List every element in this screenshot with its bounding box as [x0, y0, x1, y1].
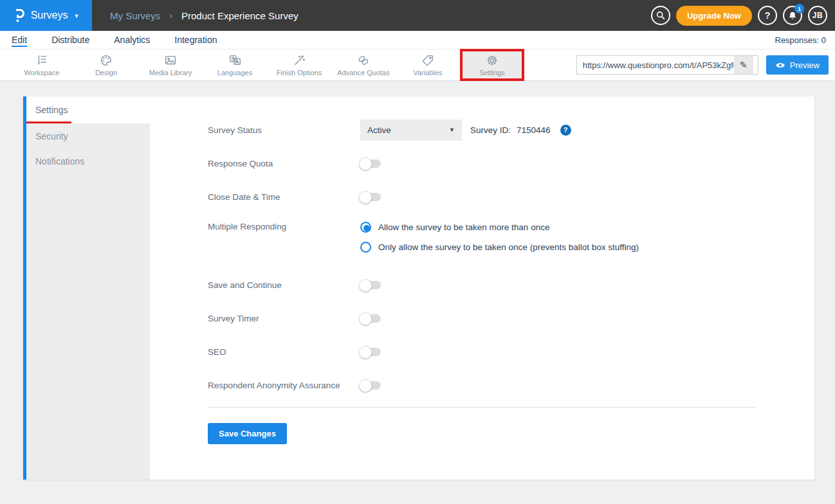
toolbar-item-media-library[interactable]: Media Library: [138, 49, 203, 81]
design-palette-icon: [98, 53, 114, 68]
survey-timer-label: Survey Timer: [208, 314, 360, 323]
languages-icon: [227, 53, 243, 68]
product-name: Surveys: [31, 10, 68, 21]
edit-url-button[interactable]: ✎: [734, 56, 753, 74]
survey-id-value: 7150446: [517, 125, 551, 135]
multiple-responding-options: Allow the survey to be taken more than o…: [360, 222, 639, 253]
questionpro-logo-icon: [13, 8, 25, 24]
search-icon: [656, 10, 666, 21]
avatar-initials: JB: [812, 11, 823, 20]
nav-tab-integration[interactable]: Integration: [174, 35, 217, 45]
seo-row: SEO: [208, 335, 755, 368]
sidebar-item-settings[interactable]: Settings: [26, 96, 150, 123]
survey-status-row: Survey Status Active ▼ Survey ID: 715044…: [208, 113, 755, 147]
survey-status-dropdown[interactable]: Active ▼: [360, 120, 462, 141]
variables-tag-icon: [420, 53, 436, 68]
breadcrumb-survey-title: Product Experience Survey: [181, 10, 298, 21]
preview-button[interactable]: Preview: [766, 55, 829, 75]
settings-sidebar: Settings Security Notifications: [26, 96, 150, 480]
respondent-anonymity-row: Respondent Anonymity Assurance: [208, 368, 755, 402]
toolbar-item-finish-options[interactable]: Finish Options: [267, 49, 331, 81]
seo-label: SEO: [208, 347, 360, 357]
save-and-continue-toggle[interactable]: [360, 281, 381, 289]
respondent-anonymity-label: Respondent Anonymity Assurance: [208, 381, 360, 390]
top-header: Surveys ▼ My Surveys › Product Experienc…: [0, 0, 835, 31]
survey-id-label: Survey ID:: [470, 125, 511, 135]
notifications-button[interactable]: 1: [783, 6, 802, 25]
help-button[interactable]: ?: [758, 6, 777, 25]
pencil-icon: ✎: [740, 60, 748, 70]
responses-count: Responses: 0: [775, 35, 827, 45]
survey-url-group: ✎: [576, 55, 758, 75]
survey-timer-toggle[interactable]: [360, 314, 381, 323]
toolbar-item-settings[interactable]: Settings: [460, 49, 524, 81]
workspace-icon: [34, 53, 50, 68]
close-date-time-label: Close Date & Time: [208, 192, 360, 202]
toolbar-item-design[interactable]: Design: [74, 49, 138, 81]
settings-gear-icon: [484, 53, 500, 68]
chevron-down-icon: ▼: [449, 127, 455, 133]
survey-nav: Edit Distribute Analytics Integration Re…: [0, 31, 835, 49]
radio-unselected-icon[interactable]: [360, 242, 371, 253]
seo-toggle[interactable]: [360, 348, 381, 356]
upgrade-now-button[interactable]: Upgrade Now: [676, 6, 752, 26]
nav-tab-edit[interactable]: Edit: [12, 35, 27, 45]
toolbar-item-languages[interactable]: Languages: [203, 49, 267, 81]
breadcrumb-my-surveys[interactable]: My Surveys: [110, 10, 160, 21]
survey-timer-row: Survey Timer: [208, 302, 755, 335]
survey-status-label: Survey Status: [208, 125, 360, 135]
radio-option-multiple-allowed[interactable]: Allow the survey to be taken more than o…: [360, 222, 639, 233]
survey-url-input[interactable]: [577, 56, 734, 74]
media-library-icon: [163, 53, 178, 68]
response-quota-row: Response Quota: [208, 147, 755, 180]
search-button[interactable]: [651, 6, 670, 25]
settings-content: Survey Status Active ▼ Survey ID: 715044…: [150, 96, 814, 480]
nav-tab-analytics[interactable]: Analytics: [114, 35, 150, 45]
question-mark-icon: ?: [765, 10, 771, 21]
respondent-anonymity-toggle[interactable]: [360, 381, 381, 390]
breadcrumb: My Surveys › Product Experience Survey: [110, 10, 298, 21]
sidebar-item-security[interactable]: Security: [26, 123, 150, 148]
response-quota-label: Response Quota: [208, 159, 360, 168]
save-and-continue-label: Save and Continue: [208, 280, 360, 290]
survey-id-help-icon[interactable]: ?: [560, 125, 571, 136]
header-actions: Upgrade Now ? 1 JB: [651, 6, 827, 26]
content-divider: [208, 407, 755, 408]
close-date-time-row: Close Date & Time: [208, 180, 755, 213]
response-quota-toggle[interactable]: [360, 159, 381, 168]
eye-icon: [775, 62, 785, 69]
finish-options-wand-icon: [291, 53, 307, 68]
settings-panel: Settings Security Notifications Survey S…: [23, 96, 814, 480]
radio-option-once-only[interactable]: Only allow the survey to be taken once (…: [360, 242, 639, 253]
toolbar-right: ✎ Preview: [576, 55, 829, 75]
sidebar-item-notifications[interactable]: Notifications: [26, 148, 150, 174]
nav-tab-distribute[interactable]: Distribute: [51, 35, 89, 45]
multiple-responding-row: Multiple Responding Allow the survey to …: [208, 213, 755, 268]
toolbar-item-variables[interactable]: Variables: [396, 49, 460, 81]
product-switcher[interactable]: Surveys ▼: [0, 0, 92, 31]
toolbar-item-workspace[interactable]: Workspace: [10, 49, 74, 81]
save-and-continue-row: Save and Continue: [208, 268, 755, 302]
edit-toolbar: Workspace Design Media Library Language: [0, 49, 835, 81]
breadcrumb-separator-icon: ›: [169, 10, 172, 21]
close-date-time-toggle[interactable]: [360, 193, 381, 201]
multiple-responding-label: Multiple Responding: [208, 222, 360, 231]
save-changes-button[interactable]: Save Changes: [208, 423, 287, 444]
toolbar-item-advance-quotas[interactable]: Advance Quotas: [331, 49, 396, 81]
notification-badge: 1: [794, 4, 804, 14]
chevron-down-icon: ▼: [73, 13, 79, 19]
advance-quotas-links-icon: [356, 53, 371, 68]
radio-selected-icon[interactable]: [360, 222, 371, 233]
avatar[interactable]: JB: [808, 6, 827, 25]
